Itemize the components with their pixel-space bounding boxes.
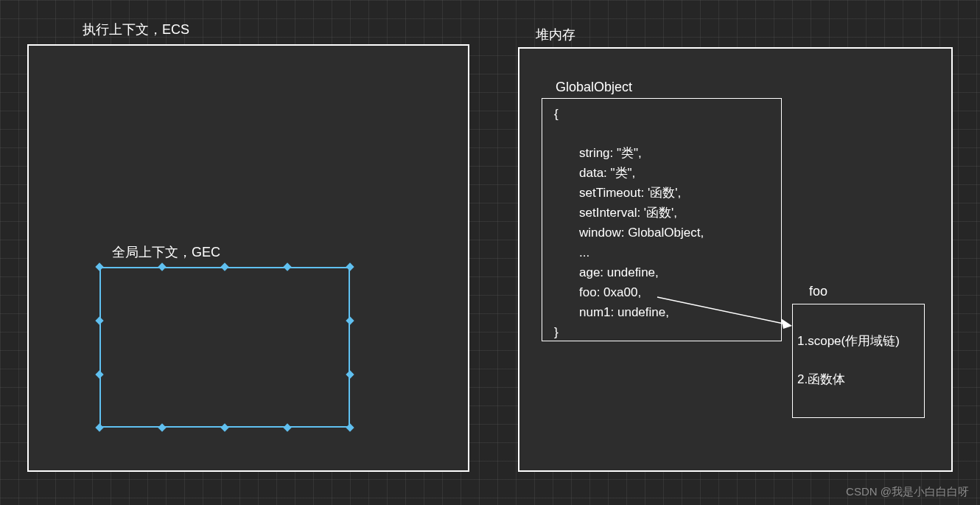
heap-title: 堆内存 [536, 26, 575, 43]
global-object-prop: setInterval: '函数', [579, 203, 677, 223]
foo-line2: 2.函数体 [797, 370, 845, 389]
watermark: CSDN @我是小白白白呀 [846, 485, 969, 499]
global-object-prop: window: GlobalObject, [579, 223, 704, 243]
global-object-close: } [554, 323, 559, 342]
foo-box [792, 304, 925, 418]
global-object-prop: string: "类", [579, 144, 642, 163]
global-object-prop: ... [579, 243, 589, 262]
foo-line1: 1.scope(作用域链) [797, 332, 919, 351]
global-object-prop: num1: undefine, [579, 303, 669, 322]
global-object-prop: foo: 0xa00, [579, 283, 641, 302]
global-object-open: { [554, 105, 559, 124]
gec-title: 全局上下文，GEC [112, 243, 220, 261]
gec-box[interactable] [99, 267, 350, 428]
global-object-prop: age: undefine, [579, 263, 659, 282]
ecs-title: 执行上下文，ECS [83, 21, 189, 38]
global-object-prop: setTimeout: '函数', [579, 184, 681, 203]
global-object-prop: data: "类", [579, 164, 635, 183]
global-object-title: GlobalObject [556, 80, 632, 95]
foo-title: foo [809, 284, 827, 299]
